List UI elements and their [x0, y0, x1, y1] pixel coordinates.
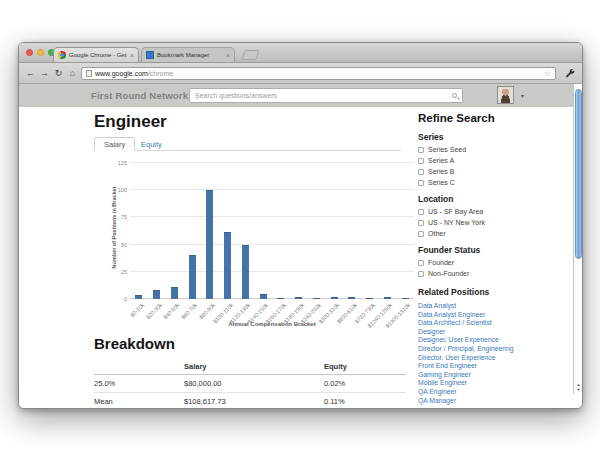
checkbox-unchecked[interactable]	[418, 260, 424, 266]
chart-bar[interactable]	[366, 298, 373, 299]
breakdown-header-cell: Equity	[324, 362, 406, 371]
related-position-link[interactable]: Data Analyst Engineer	[418, 311, 526, 320]
page-scrollbar[interactable]: ▲▼	[573, 84, 582, 394]
new-tab-button[interactable]	[241, 50, 259, 60]
related-positions-links: Data AnalystData Analyst EngineerData Ar…	[418, 302, 526, 405]
tab-close-icon[interactable]: ×	[130, 52, 134, 59]
filter-group-founder-status: Founder StatusFounderNon-Founder	[418, 245, 526, 277]
checkbox-unchecked[interactable]	[418, 231, 424, 237]
checkbox-unchecked[interactable]	[418, 180, 424, 186]
related-position-link[interactable]: Front End Engineer	[418, 362, 526, 371]
scrollbar-arrows[interactable]: ▲▼	[574, 382, 583, 392]
reload-button[interactable]: ↻	[52, 67, 65, 80]
site-brand[interactable]: First Round Network	[91, 90, 188, 101]
salary-distribution-chart: Number of Positions in Bracket 025507510…	[94, 155, 406, 333]
refine-groups: SeriesSeries SeedSeries ASeries BSeries …	[418, 132, 526, 277]
wrench-menu-button[interactable]	[562, 67, 577, 80]
chart-bar[interactable]	[189, 255, 196, 299]
forward-button[interactable]: →	[38, 67, 51, 80]
filter-option[interactable]: Series Seed	[418, 146, 526, 153]
related-position-link[interactable]: Gaming Engineer	[418, 371, 526, 380]
chart-bar[interactable]	[295, 297, 302, 299]
wrench-icon	[564, 68, 575, 79]
filter-option[interactable]: Non-Founder	[418, 270, 526, 277]
user-avatar[interactable]	[497, 86, 514, 104]
y-axis-title: Number of Positions in Bracket	[111, 153, 120, 303]
related-position-link[interactable]: Data Analyst	[418, 302, 526, 311]
breakdown-header-cell: Salary	[184, 362, 324, 371]
related-position-link[interactable]: Designer, User Experience	[418, 336, 526, 345]
chart-bar[interactable]	[171, 287, 178, 299]
chart-bar[interactable]	[313, 298, 320, 299]
desktop-background: Google Chrome - Get a fas × Bookmark Man…	[0, 0, 600, 450]
close-window-button[interactable]	[26, 49, 33, 56]
scrollbar-thumb[interactable]	[575, 89, 582, 259]
breakdown-cell: $80,000.00	[184, 379, 324, 388]
y-tick-label: 75	[112, 214, 127, 220]
x-axis-title: Annual Compensation Bracket	[130, 321, 414, 327]
back-button[interactable]: ←	[24, 67, 37, 80]
chart-bar[interactable]	[384, 297, 391, 299]
site-search-input[interactable]: Search questions/answers	[189, 88, 463, 103]
chart-bar[interactable]	[224, 232, 231, 299]
related-position-link[interactable]: Data Architect / Scientist	[418, 319, 526, 328]
page-title: Engineer	[94, 112, 167, 132]
browser-tab-bookmark-manager[interactable]: Bookmark Manager ×	[141, 47, 235, 62]
page-content: Engineer Salary Equity Number of Positio…	[19, 107, 582, 408]
gridline	[130, 271, 414, 272]
breakdown-header-cell	[94, 362, 184, 371]
tab-divider	[94, 150, 401, 151]
checkbox-unchecked[interactable]	[418, 209, 424, 215]
filter-option-label: Series A	[428, 157, 454, 164]
filter-group-title: Location	[418, 194, 526, 204]
filter-option[interactable]: Series B	[418, 168, 526, 175]
tab-equity[interactable]: Equity	[141, 140, 162, 149]
checkbox-unchecked[interactable]	[418, 147, 424, 153]
checkbox-unchecked[interactable]	[418, 169, 424, 175]
checkbox-unchecked[interactable]	[418, 271, 424, 277]
filter-option[interactable]: Series A	[418, 157, 526, 164]
home-button[interactable]: ⌂	[66, 67, 79, 80]
chart-bar[interactable]	[402, 298, 409, 299]
related-position-link[interactable]: QA Manager	[418, 397, 526, 406]
related-position-link[interactable]: Designer	[418, 328, 526, 337]
filter-option[interactable]: Founder	[418, 259, 526, 266]
checkbox-unchecked[interactable]	[418, 220, 424, 226]
chart-bar[interactable]	[331, 297, 338, 299]
chart-bar[interactable]	[206, 190, 213, 299]
filter-option-label: US - SF Bay Area	[428, 208, 483, 215]
filter-option[interactable]: US - SF Bay Area	[418, 208, 526, 215]
breakdown-cell: 0.11%	[324, 397, 406, 406]
user-menu-caret-icon[interactable]: ▾	[521, 92, 524, 99]
related-position-link[interactable]: QA Engineer	[418, 388, 526, 397]
chart-bar[interactable]	[135, 295, 142, 299]
address-bar[interactable]: www.google.com /chrome ☆	[81, 67, 556, 80]
browser-tab-strip: Google Chrome - Get a fas × Bookmark Man…	[19, 43, 582, 63]
bookmark-star-icon[interactable]: ☆	[544, 69, 551, 78]
filter-option-label: Series B	[428, 168, 454, 175]
window-controls	[26, 49, 55, 56]
tab-salary[interactable]: Salary	[94, 137, 135, 151]
chart-bar[interactable]	[242, 245, 249, 299]
browser-tab-chrome[interactable]: Google Chrome - Get a fas ×	[53, 47, 139, 62]
filter-option[interactable]: US - NY New York	[418, 219, 526, 226]
browser-toolbar: ← → ↻ ⌂ www.google.com /chrome ☆	[19, 63, 582, 84]
minimize-window-button[interactable]	[37, 49, 44, 56]
chart-bar[interactable]	[348, 297, 355, 299]
filter-option[interactable]: Other	[418, 230, 526, 237]
checkbox-unchecked[interactable]	[418, 158, 424, 164]
tab-close-icon[interactable]: ×	[226, 52, 230, 59]
filter-option[interactable]: Series C	[418, 179, 526, 186]
related-position-link[interactable]: Mobile Engineer	[418, 379, 526, 388]
breakdown-cell: 0.02%	[324, 379, 406, 388]
filter-option-label: US - NY New York	[428, 219, 485, 226]
site-header: First Round Network Search questions/ans…	[19, 84, 582, 107]
chart-bar[interactable]	[153, 290, 160, 299]
filter-group-title: Series	[418, 132, 526, 142]
chrome-logo-icon	[58, 51, 66, 59]
chart-bar[interactable]	[260, 294, 267, 299]
related-position-link[interactable]: Director / Principal, Engineering	[418, 345, 526, 354]
related-position-link[interactable]: Director, User Experience	[418, 354, 526, 363]
chart-bar[interactable]	[277, 298, 284, 299]
bookmark-manager-icon	[146, 51, 154, 59]
